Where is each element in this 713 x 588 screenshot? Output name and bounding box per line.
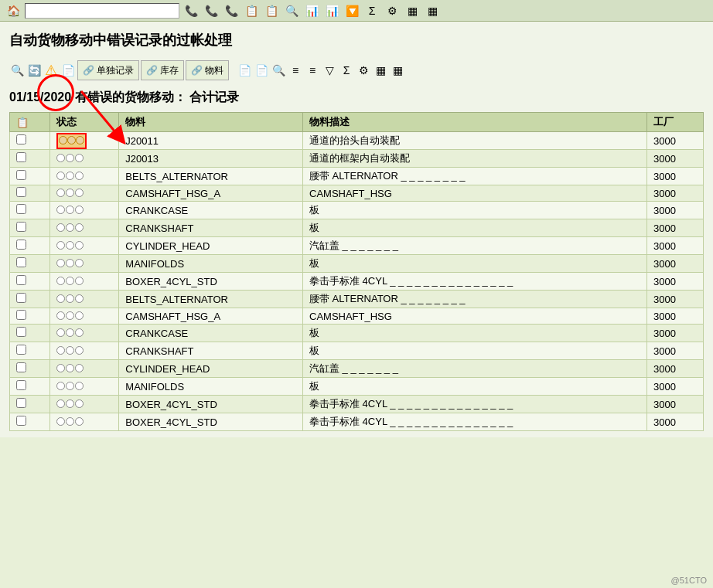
row-material: CRANKCASE [119,325,303,342]
row-checkbox[interactable] [10,185,50,202]
grid-icon-2[interactable]: ▦ [390,63,405,78]
row-checkbox[interactable] [10,273,50,291]
row-checkbox[interactable] [10,342,50,360]
row-status [50,168,119,185]
row-checkbox[interactable] [10,308,50,325]
grid-icon-1[interactable]: ▦ [373,63,388,78]
table-row[interactable]: CRANKSHAFT板3000 [10,342,704,360]
list-icon-2[interactable]: ≡ [305,63,320,78]
nav-icon-6[interactable]: 🔍 [283,2,300,19]
status-normal-icon [56,154,84,162]
table-row[interactable]: MANIFOLDS板3000 [10,255,704,273]
table-row[interactable]: CRANKSHAFT板3000 [10,219,704,237]
nav-icon-13[interactable]: ▦ [424,2,441,19]
status-normal-icon [56,328,84,337]
nav-icon-11[interactable]: ⚙ [384,2,401,19]
another-toolbar-icon[interactable]: 📄 [60,63,76,78]
page-title: 自动货物移动中错误记录的过帐处理 [9,28,704,53]
row-checkbox[interactable] [10,132,50,150]
row-status [50,237,119,255]
watermark: @51CTO [671,576,707,585]
row-checkbox[interactable] [10,168,50,185]
table-row[interactable]: BOXER_4CYL_STD拳击手标准 4CYL _ _ _ _ _ _ _ _… [10,413,704,431]
table-row[interactable]: CRANKCASE板3000 [10,202,704,219]
row-description: CAMSHAFT_HSG [303,185,647,202]
table-row[interactable]: CYLINDER_HEAD汽缸盖 _ _ _ _ _ _ _3000 [10,237,704,255]
row-plant: 3000 [647,150,704,168]
table-row[interactable]: BOXER_4CYL_STD拳击手标准 4CYL _ _ _ _ _ _ _ _… [10,396,704,413]
table-row[interactable]: BELTS_ALTERNATOR腰带 ALTERNATOR _ _ _ _ _ … [10,291,704,308]
row-plant: 3000 [647,237,704,255]
doc-icon-1[interactable]: 📄 [237,63,252,78]
row-checkbox[interactable] [10,237,50,255]
material-icon: 🔗 [191,65,203,76]
search-toolbar-icon[interactable]: 🔍 [9,63,25,78]
warning-toolbar-icon[interactable]: ⚠ [43,63,59,78]
nav-icon-2[interactable]: 📞 [203,2,220,19]
row-description: CAMSHAFT_HSG [303,308,647,325]
nav-icon-8[interactable]: 📊 [323,2,340,19]
nav-icon-1[interactable]: 📞 [183,2,200,19]
table-row[interactable]: J20013通道的框架内自动装配3000 [10,150,704,168]
col-header-status[interactable]: 状态 [50,113,119,132]
nav-icon-4[interactable]: 📋 [243,2,260,19]
row-plant: 3000 [647,255,704,273]
row-material: CRANKSHAFT [119,342,303,360]
table-row[interactable]: CAMSHAFT_HSG_ACAMSHAFT_HSG3000 [10,185,704,202]
row-checkbox[interactable] [10,396,50,413]
col-header-plant[interactable]: 工厂 [647,113,704,132]
nav-icon-5[interactable]: 📋 [263,2,280,19]
table-row[interactable]: CAMSHAFT_HSG_ACAMSHAFT_HSG3000 [10,308,704,325]
row-plant: 3000 [647,413,704,431]
table-row[interactable]: BOXER_4CYL_STD拳击手标准 4CYL _ _ _ _ _ _ _ _… [10,273,704,291]
search-input[interactable] [25,3,179,19]
row-material: MANIFOLDS [119,378,303,396]
zoom-icon[interactable]: 🔍 [271,63,286,78]
table-row[interactable]: CRANKCASE板3000 [10,325,704,342]
refresh-toolbar-icon[interactable]: 🔄 [26,63,42,78]
row-status [50,342,119,360]
row-plant: 3000 [647,360,704,378]
row-status [50,413,119,431]
row-status [50,132,119,150]
row-description: 板 [303,342,647,360]
row-description: 板 [303,202,647,219]
row-checkbox[interactable] [10,325,50,342]
row-status [50,255,119,273]
nav-icon-7[interactable]: 📊 [303,2,320,19]
single-record-button[interactable]: 🔗 单独记录 [77,60,139,80]
sum-icon[interactable]: Σ [339,63,354,78]
table-body: J20011通道的抬头自动装配3000J20013通道的框架内自动装配3000B… [10,132,704,431]
nav-icon-10[interactable]: Σ [363,2,380,19]
row-description: 板 [303,255,647,273]
row-checkbox[interactable] [10,291,50,308]
nav-icon-3[interactable]: 📞 [223,2,240,19]
row-plant: 3000 [647,308,704,325]
row-checkbox[interactable] [10,413,50,431]
row-checkbox[interactable] [10,255,50,273]
material-button[interactable]: 🔗 物料 [186,60,229,80]
row-checkbox[interactable] [10,150,50,168]
table-row[interactable]: BELTS_ALTERNATOR腰带 ALTERNATOR _ _ _ _ _ … [10,168,704,185]
row-checkbox[interactable] [10,202,50,219]
row-checkbox[interactable] [10,360,50,378]
status-normal-icon [56,172,84,180]
row-material: BELTS_ALTERNATOR [119,168,303,185]
col-header-description[interactable]: 物料描述 [303,113,647,132]
filter-icon[interactable]: ▽ [322,63,337,78]
nav-icon-9[interactable]: 🔽 [343,2,360,19]
status-normal-icon [56,364,84,372]
col-header-material[interactable]: 物料 [119,113,303,132]
doc-icon-2[interactable]: 📄 [254,63,269,78]
table-row[interactable]: MANIFOLDS板3000 [10,378,704,396]
row-checkbox[interactable] [10,219,50,237]
list-icon-1[interactable]: ≡ [288,63,303,78]
table-row[interactable]: J20011通道的抬头自动装配3000 [10,132,704,150]
row-checkbox[interactable] [10,378,50,396]
row-material: CRANKCASE [119,202,303,219]
table-row[interactable]: CYLINDER_HEAD汽缸盖 _ _ _ _ _ _ _3000 [10,360,704,378]
settings-icon-1[interactable]: ⚙ [356,63,371,78]
inventory-button[interactable]: 🔗 库存 [141,60,184,80]
nav-icon-12[interactable]: ▦ [404,2,421,19]
home-icon[interactable]: 🏠 [5,2,22,19]
